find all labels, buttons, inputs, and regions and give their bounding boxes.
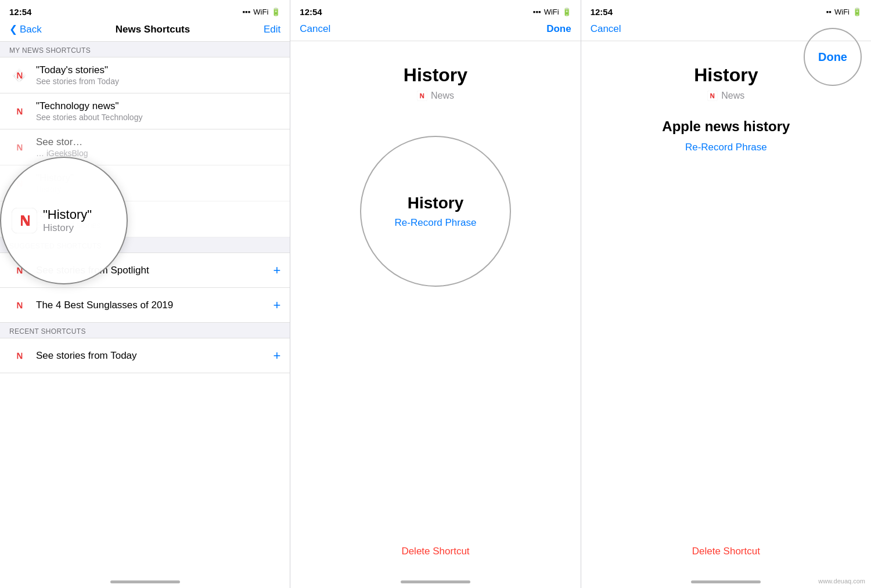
status-icons-3: ▪▪ WiFi 🔋 <box>826 8 862 16</box>
see-stories-title: See stor… <box>36 136 280 148</box>
app-name-3: News <box>721 91 744 101</box>
cancel-button-3[interactable]: Cancel <box>591 23 621 35</box>
see-stories-subtitle: … iGeeksBlog <box>36 149 280 158</box>
news-app-icon-2 <box>417 91 427 101</box>
list-item-technology[interactable]: "Technology news" See stories about Tech… <box>0 93 290 129</box>
wifi-icon-2: WiFi <box>544 8 559 16</box>
tech-subtitle: See stories about Technology <box>36 113 280 122</box>
cancel-button-2[interactable]: Cancel <box>300 23 330 35</box>
record-phrase-title: History <box>408 194 463 212</box>
recent-today-title: See stories from Today <box>36 350 273 362</box>
panel-3: 12:54 ▪▪ WiFi 🔋 Cancel Done History News… <box>581 0 871 588</box>
todays-stories-subtitle: See stories from Today <box>36 77 280 86</box>
tech-text: "Technology news" See stories about Tech… <box>36 100 280 122</box>
watermark: www.deuaq.com <box>818 578 865 585</box>
status-bar-3: 12:54 ▪▪ WiFi 🔋 <box>581 0 871 21</box>
done-circle[interactable]: Done <box>804 28 862 86</box>
panel-1: 12:54 ▪▪▪ WiFi 🔋 ❮ Back News Shortcuts E… <box>0 0 290 588</box>
tech-title: "Technology news" <box>36 100 280 112</box>
home-bar-2 <box>401 580 470 583</box>
back-button[interactable]: ❮ Back <box>9 23 42 35</box>
see-stories-text: See stor… … iGeeksBlog <box>36 136 280 158</box>
add-spotlight-button[interactable]: + <box>273 263 280 278</box>
wifi-icon-3: WiFi <box>834 8 850 16</box>
re-record-link-3[interactable]: Re-Record Phrase <box>685 142 767 153</box>
shortcut-app-2: News <box>417 91 454 101</box>
shortcut-app-3: News <box>707 91 744 101</box>
news-icon-tech <box>9 102 29 121</box>
mag-subtitle: History <box>43 222 92 234</box>
sunglasses-text: The 4 Best Sunglasses of 2019 <box>36 300 273 311</box>
mag-title: "History" <box>43 207 92 222</box>
delete-shortcut-3[interactable]: Delete Shortcut <box>692 546 760 557</box>
wifi-icon: WiFi <box>253 8 268 16</box>
list-item-todays-stories[interactable]: "Today's stories" See stories from Today <box>0 57 290 93</box>
status-bar-2: 12:54 ▪▪▪ WiFi 🔋 <box>290 0 580 21</box>
news-app-icon-3 <box>707 91 718 101</box>
app-name-2: News <box>431 91 454 101</box>
nav-bar-1: ❮ Back News Shortcuts Edit <box>0 21 290 42</box>
shortcut-title-3: History <box>694 64 758 86</box>
delete-shortcut-2[interactable]: Delete Shortcut <box>401 546 469 557</box>
news-icon-recent <box>9 346 29 366</box>
status-icons-1: ▪▪▪ WiFi 🔋 <box>243 8 281 16</box>
shortcut-title-2: History <box>404 64 467 86</box>
edit-button[interactable]: Edit <box>264 24 280 35</box>
section-header-my: MY NEWS SHORTCUTS <box>0 42 290 57</box>
battery-icon-3: 🔋 <box>852 8 862 16</box>
recent-today-text: See stories from Today <box>36 350 273 362</box>
news-icon-todays <box>9 66 29 85</box>
list-item-sunglasses[interactable]: The 4 Best Sunglasses of 2019 + <box>0 288 290 323</box>
battery-icon: 🔋 <box>271 8 280 16</box>
add-sunglasses-button[interactable]: + <box>273 298 280 313</box>
time-2: 12:54 <box>300 7 322 17</box>
status-icons-2: ▪▪▪ WiFi 🔋 <box>533 8 571 16</box>
custom-shortcut-name: Apple news history <box>662 118 790 135</box>
time-3: 12:54 <box>591 7 613 17</box>
time-1: 12:54 <box>9 7 31 17</box>
chevron-left-icon: ❮ <box>9 23 17 35</box>
battery-icon-2: 🔋 <box>562 8 571 16</box>
done-button-2[interactable]: Done <box>546 23 571 35</box>
nav-title-1: News Shortcuts <box>116 24 190 35</box>
news-icon-sunglasses <box>9 295 29 315</box>
signal-icon: ▪▪▪ <box>243 8 251 16</box>
home-bar-3 <box>691 580 761 583</box>
done-circle-label[interactable]: Done <box>818 50 847 64</box>
section-header-recent: RECENT SHORTCUTS <box>0 323 290 338</box>
news-icon-see <box>9 138 29 157</box>
signal-icon-3: ▪▪ <box>826 8 832 16</box>
home-bar-1 <box>110 580 180 583</box>
nav-bar-2: Cancel Done <box>290 21 580 41</box>
add-recent-button[interactable]: + <box>273 348 280 363</box>
todays-stories-text: "Today's stories" See stories from Today <box>36 64 280 86</box>
sunglasses-title: The 4 Best Sunglasses of 2019 <box>36 300 273 311</box>
status-bar-1: 12:54 ▪▪▪ WiFi 🔋 <box>0 0 290 21</box>
magnify-overlay: "History" History <box>0 157 128 284</box>
signal-icon-2: ▪▪▪ <box>533 8 541 16</box>
mag-item: "History" History <box>1 204 127 237</box>
list-item-recent-today[interactable]: See stories from Today + <box>0 338 290 373</box>
re-record-link[interactable]: Re-Record Phrase <box>395 217 477 229</box>
panel-2: 12:54 ▪▪▪ WiFi 🔋 Cancel Done History New… <box>290 0 581 588</box>
shortcut-detail-2: History News <box>290 41 580 113</box>
record-circle[interactable]: History Re-Record Phrase <box>360 136 511 287</box>
todays-stories-title: "Today's stories" <box>36 64 280 76</box>
